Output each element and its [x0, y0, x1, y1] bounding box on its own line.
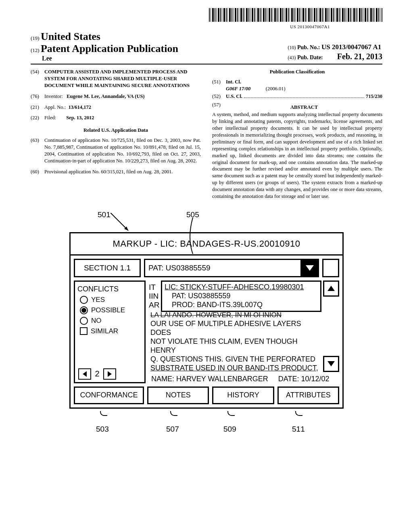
behind-l1: IT — [149, 283, 159, 292]
barcode — [209, 8, 382, 22]
markup-title: MARKUP - LIC: BANDAGES-R-US.20010910 — [113, 239, 300, 249]
dropdown-caret-icon[interactable] — [300, 259, 318, 277]
dropdown-row-prod[interactable]: PROD: BAND-ITS.39L007Q — [165, 300, 318, 309]
tab-history-label: HISTORY — [227, 391, 259, 399]
name-label: NAME: — [151, 375, 174, 383]
inid-63: (63) — [31, 137, 44, 164]
radio-icon — [80, 306, 88, 314]
intcl-label: Int. Cl. — [226, 79, 241, 85]
ref-501: 501 — [98, 210, 111, 219]
tab-history[interactable]: HISTORY — [212, 387, 274, 404]
inid-52: (52) — [212, 93, 226, 100]
doc-type: Patent Application Publication — [41, 43, 178, 54]
inid-51: (51) — [212, 79, 226, 92]
ref-509: 509 — [223, 425, 236, 434]
inventor-label: Inventor: — [44, 94, 63, 99]
uscl-value: 715/230 — [366, 93, 382, 100]
checkbox-similar[interactable]: SIMILAR — [77, 327, 142, 335]
radio-no[interactable]: NO — [77, 317, 142, 325]
tab-conformance[interactable]: CONFORMANCE — [74, 387, 144, 404]
country: United States — [41, 31, 100, 42]
truncated-line: LA LAI ANDO. HOWEVER, IN MI OI INION — [150, 311, 339, 319]
dot-leader — [244, 98, 364, 98]
author-surname: Lee — [31, 55, 178, 62]
dropdown-row-pat[interactable]: PAT: US03885559 — [165, 291, 318, 300]
arrow-505 — [189, 218, 197, 255]
figure: 501 505 MARKUP - LIC: BANDAGES-R-US.2001… — [69, 210, 344, 435]
date-label: DATE: — [278, 375, 299, 383]
uscl-label: U.S. Cl. — [226, 94, 242, 99]
tab-conformance-label: CONFORMANCE — [80, 391, 138, 399]
conflicts-heading: CONFLICTS — [77, 285, 142, 293]
opinion-l1: OUR USE OF MULTIPLE ADHESIVE LAYERS DOES — [150, 319, 321, 337]
scroll-down-button[interactable] — [323, 356, 339, 372]
radio-possible[interactable]: POSSIBLE — [77, 306, 142, 314]
scroll-up-button[interactable] — [323, 281, 339, 297]
behind-text: IT IIN AR — [149, 283, 159, 310]
tab-notes-label: NOTES — [166, 391, 191, 399]
radio-no-label: NO — [91, 317, 102, 325]
tab-attributes-label: ATTRIBUTES — [286, 391, 331, 399]
applno-label: Appl. No.: — [44, 104, 66, 110]
inid-12: (12) — [31, 47, 40, 53]
name-value: HARVEY WALLENBARGER — [176, 375, 268, 383]
radio-icon — [80, 317, 88, 325]
behind-l3: AR — [149, 301, 159, 310]
pubno-label: Pub. No.: — [297, 44, 320, 50]
opinion-text: OUR USE OF MULTIPLE ADHESIVE LAYERS DOES… — [150, 319, 321, 372]
inventor-value: Eugene M. Lee, Annandale, VA (US) — [67, 94, 144, 99]
dropdown-row-lic[interactable]: LIC: STICKY-STUFF-ADHESCO.19980301 — [165, 283, 318, 291]
hook-503 — [100, 411, 107, 416]
pubdate-value: Feb. 21, 2013 — [337, 52, 382, 61]
pat-select[interactable]: PAT: US03885559 — [144, 259, 319, 277]
inid-76: (76) — [31, 93, 44, 100]
intcl-code: G06F 17/00 — [226, 86, 250, 91]
inid-19: (19) — [31, 35, 40, 41]
checkbox-icon — [80, 327, 88, 335]
link-dropdown[interactable]: LIC: STICKY-STUFF-ADHESCO.19980301 PAT: … — [161, 281, 321, 312]
barcode-caption: US 20130047067A1 — [31, 24, 330, 29]
header: (19) United States (12) Patent Applicati… — [31, 31, 382, 64]
related-60-text: Provisional application No. 60/315,021, … — [44, 168, 201, 175]
arrow-501 — [111, 213, 135, 237]
aux-button[interactable] — [322, 259, 339, 277]
related-63-text: Continuation of application No. 10/725,5… — [44, 137, 201, 164]
radio-icon — [80, 296, 88, 304]
notes-area: IT IIN AR LIC: STICKY-STUFF-ADHESCO.1998… — [149, 281, 339, 383]
inid-54: (54) — [31, 69, 44, 89]
step-next-button[interactable] — [103, 368, 116, 380]
step-prev-button[interactable] — [78, 368, 91, 380]
section-label: SECTION 1.1 — [84, 264, 131, 272]
hook-511 — [295, 411, 302, 416]
opinion-l4: SUBSTRATE USED IN OUR BAND-ITS PRODUCT, — [150, 364, 321, 372]
radio-yes-label: YES — [91, 296, 105, 304]
radio-yes[interactable]: YES — [77, 296, 142, 304]
conflicts-panel: CONFLICTS YES POSSIBLE NO SIMILAR 2 — [74, 281, 146, 383]
date-value: 10/12/02 — [301, 375, 329, 383]
opinion-l3: Q. QUESTIONS THIS. GIVEN THE PERFORATED — [150, 355, 321, 364]
tab-notes[interactable]: NOTES — [147, 387, 209, 404]
inid-21: (21) — [31, 104, 44, 111]
inid-57: (57) — [212, 102, 226, 112]
pubno-value: US 2013/0047067 A1 — [321, 43, 381, 51]
inid-43: (43) — [288, 55, 296, 60]
tab-attributes[interactable]: ATTRIBUTES — [277, 387, 339, 404]
inid-10: (10) — [288, 45, 296, 50]
filed-value: Sep. 13, 2012 — [66, 115, 94, 121]
inid-22: (22) — [31, 114, 44, 121]
intcl-date: (2006.01) — [266, 86, 286, 91]
related-heading: Related U.S. Application Data — [31, 127, 201, 134]
ref-511: 511 — [292, 425, 305, 434]
radio-possible-label: POSSIBLE — [91, 306, 125, 314]
pubdate-label: Pub. Date: — [297, 54, 323, 60]
applno-value: 13/614,172 — [68, 104, 91, 110]
invention-title: COMPUTER ASSISTED AND IMPLEMENTED PROCES… — [44, 69, 201, 89]
hook-509 — [227, 411, 235, 416]
classification-heading: Publication Classification — [212, 69, 382, 75]
ref-503: 503 — [96, 425, 109, 434]
opinion-l2: NOT VIOLATE THIS CLAIM, EVEN THOUGH HENR… — [150, 337, 321, 355]
inid-60: (60) — [31, 168, 44, 175]
abstract-text: A system, method, and medium supports an… — [212, 111, 382, 200]
section-box[interactable]: SECTION 1.1 — [74, 259, 141, 277]
ref-507: 507 — [166, 425, 179, 434]
